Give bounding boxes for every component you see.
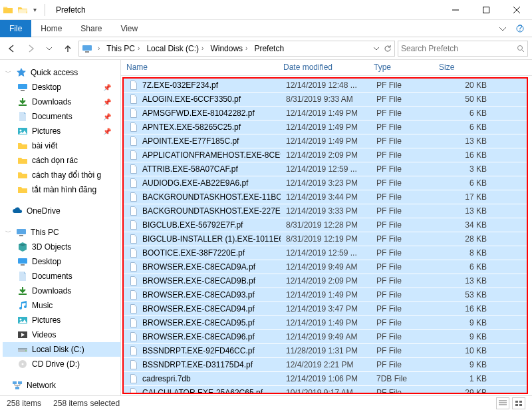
address-bar[interactable]: › This PC› Local Disk (C:)› Windows› Pre… [78, 41, 395, 57]
sidebar-item-documents[interactable]: Documents📌 [3, 109, 120, 124]
file-name: BROWSER.EXE-C8ECAD96.pf [142, 332, 255, 341]
back-button[interactable] [4, 41, 20, 57]
ribbon: File Home Share View ? [0, 20, 532, 37]
sidebar-item-videos[interactable]: Videos [3, 327, 120, 342]
view-large-icons-icon[interactable] [512, 397, 525, 409]
refresh-icon[interactable] [384, 45, 392, 53]
file-icon [129, 178, 138, 188]
svg-point-23 [22, 363, 24, 365]
file-row[interactable]: BACKGROUNDTASKHOST.EXE-11BC8A7A....12/14… [124, 190, 527, 204]
crumb-local-disk[interactable]: Local Disk (C:)› [145, 41, 207, 56]
file-row[interactable]: cadrespri.7db12/14/2019 1:06 PM7DB File1… [124, 372, 527, 386]
sidebar-item-pictures[interactable]: Pictures📌 [3, 124, 120, 138]
sidebar-item-3d-objects[interactable]: 3D Objects [3, 240, 120, 254]
sidebar-item-label: Desktop [32, 257, 61, 266]
crumb-windows[interactable]: Windows› [209, 41, 251, 56]
sidebar-onedrive[interactable]: OneDrive [3, 204, 120, 218]
help-icon[interactable]: ? [513, 22, 527, 35]
file-name: APOINT.EXE-E77F185C.pf [142, 136, 239, 146]
file-list[interactable]: 7Z.EXE-032EF234.pf12/14/2019 12:48 ...PF… [122, 77, 528, 394]
file-row[interactable]: BOOTICE.EXE-38F7220E.pf12/14/2019 12:59 … [124, 246, 527, 260]
maximize-button[interactable] [471, 0, 501, 20]
sidebar-item-cd-drive-d-[interactable]: CD Drive (D:) [3, 357, 120, 371]
sidebar-item-desktop[interactable]: Desktop📌 [3, 80, 120, 95]
sidebar-item-label: Videos [32, 330, 56, 339]
sidebar-item-tắt-màn-hình-đăng[interactable]: tắt màn hình đăng [3, 182, 120, 197]
svg-rect-14 [21, 264, 25, 266]
sidebar-item-bài-viết[interactable]: bài viết [3, 138, 120, 153]
sidebar-item-music[interactable]: Music [3, 298, 120, 313]
search-icon[interactable] [517, 45, 525, 53]
file-row[interactable]: BSSNDRPT.EXE-92FD46CC.pf11/28/2019 1:31 … [124, 344, 527, 358]
ribbon-tab-view[interactable]: View [111, 20, 147, 37]
file-row[interactable]: AUDIODG.EXE-AB22E9A6.pf12/14/2019 3:23 P… [124, 176, 527, 190]
file-name: ALOGIN.EXE-6CCF3350.pf [142, 95, 241, 104]
file-row[interactable]: BROWSER.EXE-C8ECAD96.pf12/14/2019 9:49 A… [124, 330, 527, 344]
svg-rect-3 [82, 45, 92, 51]
close-button[interactable] [501, 0, 532, 20]
file-date: 12/14/2019 1:49 PM [281, 122, 371, 132]
file-row[interactable]: 7Z.EXE-032EF234.pf12/14/2019 12:48 ...PF… [124, 79, 527, 93]
column-header-date[interactable]: Date modified [278, 60, 368, 75]
sidebar-item-downloads[interactable]: Downloads📌 [3, 95, 120, 109]
sidebar-network[interactable]: Network [3, 378, 120, 393]
sidebar-item-cách-thay-đổi-thời-g[interactable]: cách thay đổi thời g [3, 168, 120, 182]
address-dropdown-icon[interactable] [373, 45, 380, 52]
recent-locations-dropdown[interactable] [41, 41, 57, 57]
svg-rect-30 [519, 404, 522, 406]
file-date: 12/14/2019 12:59 ... [281, 164, 371, 174]
file-row[interactable]: APNTEX.EXE-58265C25.pf12/14/2019 1:49 PM… [124, 120, 527, 134]
column-header-type[interactable]: Type [368, 60, 434, 75]
file-row[interactable]: APPLICATIONFRAMEHOST.EXE-8CE9A1E...12/14… [124, 148, 527, 162]
ribbon-tab-share[interactable]: Share [71, 20, 111, 37]
sidebar-quick-access[interactable]: ﹀ Quick access [3, 65, 120, 80]
crumb-prefetch[interactable]: Prefetch [253, 41, 285, 56]
file-row[interactable]: BACKGROUNDTASKHOST.EXE-227E7019.pf12/14/… [124, 204, 527, 218]
file-row[interactable]: BROWSER.EXE-C8ECAD94.pf12/14/2019 3:47 P… [124, 302, 527, 316]
view-details-icon[interactable] [496, 397, 509, 409]
up-button[interactable] [60, 41, 76, 57]
file-row[interactable]: BROWSER.EXE-C8ECAD95.pf12/14/2019 1:49 P… [124, 316, 527, 330]
file-row[interactable]: BIGCLUB.EXE-56792E7F.pf8/31/2019 12:28 P… [124, 218, 527, 232]
file-icon [129, 164, 138, 174]
crumb-this-pc[interactable]: This PC› [105, 41, 144, 56]
search-box[interactable] [398, 41, 528, 57]
ribbon-tab-file[interactable]: File [0, 20, 31, 37]
sidebar-this-pc[interactable]: ﹀ This PC [3, 225, 120, 240]
file-row[interactable]: BROWSER.EXE-C8ECAD93.pf12/14/2019 1:49 P… [124, 288, 527, 302]
sidebar-item-cách-dọn-rác[interactable]: cách dọn rác [3, 153, 120, 168]
column-header-name[interactable]: Name [121, 60, 278, 75]
sidebar-item-documents[interactable]: Documents [3, 269, 120, 284]
ribbon-tab-home[interactable]: Home [31, 20, 71, 37]
folder-icon [17, 170, 28, 180]
sidebar-item-desktop[interactable]: Desktop [3, 254, 120, 269]
sidebar-onedrive-label: OneDrive [27, 206, 61, 216]
column-header-size[interactable]: Size [434, 60, 532, 75]
file-row[interactable]: BIGCLUB-INSTALLER (1).EXE-1011E6DA.pf8/3… [124, 232, 527, 246]
sidebar-item-pictures[interactable]: Pictures [3, 313, 120, 327]
file-row[interactable]: APOINT.EXE-E77F185C.pf12/14/2019 1:49 PM… [124, 134, 527, 148]
file-row[interactable]: CALCULATOR.EXE-25A62C65.pf10/1/2019 9:17… [124, 386, 527, 394]
file-row[interactable]: BSSNDRPT.EXE-D31175D4.pf12/4/2019 2:21 P… [124, 358, 527, 372]
file-icon [129, 206, 138, 216]
file-row[interactable]: ALOGIN.EXE-6CCF3350.pf8/31/2019 9:33 AMP… [124, 93, 527, 106]
pin-icon: 📌 [103, 128, 111, 135]
sidebar-item-downloads[interactable]: Downloads [3, 284, 120, 298]
forward-button[interactable] [23, 41, 39, 57]
minimize-button[interactable] [440, 0, 471, 20]
folder-icon [3, 5, 13, 15]
file-row[interactable]: BROWSER.EXE-C8ECAD9B.pf12/14/2019 2:09 P… [124, 274, 527, 288]
sidebar-quick-access-label: Quick access [31, 68, 78, 77]
file-row[interactable]: BROWSER.EXE-C8ECAD9A.pf12/14/2019 9:49 A… [124, 260, 527, 274]
folder-open-icon[interactable] [17, 5, 28, 15]
svg-rect-4 [85, 51, 89, 53]
file-row[interactable]: ATTRIB.EXE-58A07CAF.pf12/14/2019 12:59 .… [124, 162, 527, 176]
file-row[interactable]: APMSGFWD.EXE-81042282.pf12/14/2019 1:49 … [124, 106, 527, 120]
search-input[interactable] [401, 44, 514, 53]
sidebar-item-local-disk-c-[interactable]: Local Disk (C:) [3, 342, 120, 357]
chevron-right-icon[interactable]: › [95, 45, 102, 52]
quick-access-dropdown-icon[interactable]: ▾ [32, 6, 38, 13]
file-type: PF File [371, 164, 436, 174]
ribbon-expand-icon[interactable] [496, 22, 509, 35]
file-icon [129, 360, 138, 369]
